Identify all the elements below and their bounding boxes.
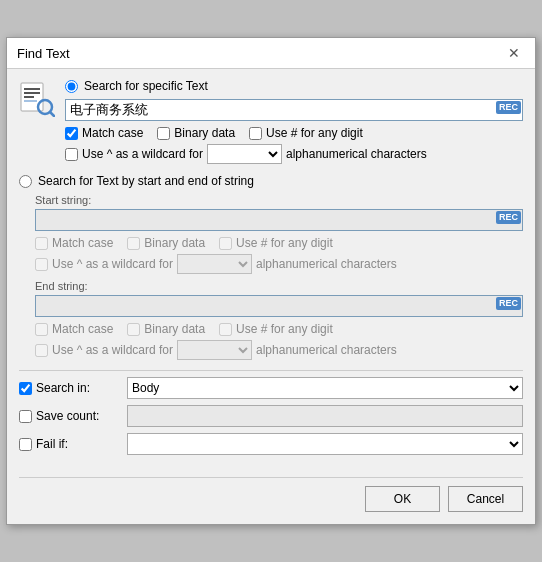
end-binary-data-item: Binary data — [127, 322, 205, 336]
use-hash-item: Use # for any digit — [249, 126, 363, 140]
close-button[interactable]: ✕ — [503, 44, 525, 62]
end-badge: REC — [496, 297, 521, 310]
search-in-text: Search in: — [36, 381, 90, 395]
section1-checkbox-row: Match case Binary data Use # for any dig… — [65, 126, 523, 140]
section1-body: Search for specific Text REC Match case — [65, 79, 523, 164]
end-wildcard-checkbox[interactable] — [35, 344, 48, 357]
wildcard-select[interactable] — [207, 144, 282, 164]
svg-rect-3 — [24, 96, 34, 98]
wildcard-checkbox[interactable] — [65, 148, 78, 161]
end-wildcard-suffix: alphanumerical characters — [256, 343, 397, 357]
find-text-dialog: Find Text ✕ — [6, 37, 536, 525]
section2-end-checkbox-row: Match case Binary data Use # for any dig… — [35, 322, 523, 336]
fail-if-select[interactable] — [127, 433, 523, 455]
radio-start-end[interactable] — [19, 175, 32, 188]
use-hash-label[interactable]: Use # for any digit — [266, 126, 363, 140]
save-count-label: Save count: — [19, 409, 119, 423]
match-case-item: Match case — [65, 126, 143, 140]
search-in-checkbox[interactable] — [19, 382, 32, 395]
section1-radio-label[interactable]: Search for specific Text — [84, 79, 208, 93]
start-wildcard-select[interactable] — [177, 254, 252, 274]
end-binary-data-label[interactable]: Binary data — [144, 322, 205, 336]
start-string-label: Start string: — [35, 194, 523, 206]
start-match-case-checkbox[interactable] — [35, 237, 48, 250]
start-wildcard-checkbox[interactable] — [35, 258, 48, 271]
section-specific-text: Search for specific Text REC Match case — [19, 79, 523, 164]
end-wildcard-label[interactable]: Use ^ as a wildcard for — [52, 343, 173, 357]
find-icon-area — [19, 81, 55, 117]
end-match-case-item: Match case — [35, 322, 113, 336]
section1-header: Search for specific Text REC Match case — [19, 79, 523, 164]
fail-if-checkbox[interactable] — [19, 438, 32, 451]
end-input-wrapper: REC — [35, 295, 523, 317]
end-string-label: End string: — [35, 280, 523, 292]
start-wildcard-suffix: alphanumerical characters — [256, 257, 397, 271]
section2-start-checkbox-row: Match case Binary data Use # for any dig… — [35, 236, 523, 250]
binary-data-item: Binary data — [157, 126, 235, 140]
svg-rect-1 — [24, 88, 40, 90]
start-use-hash-label[interactable]: Use # for any digit — [236, 236, 333, 250]
section1-input-wrapper: REC — [65, 99, 523, 121]
start-use-hash-checkbox[interactable] — [219, 237, 232, 250]
section2-body: Start string: REC Match case Binary data — [19, 194, 523, 360]
section-start-end: Search for Text by start and end of stri… — [19, 174, 523, 360]
end-use-hash-item: Use # for any digit — [219, 322, 333, 336]
svg-line-5 — [50, 112, 54, 116]
start-use-hash-item: Use # for any digit — [219, 236, 333, 250]
start-badge: REC — [496, 211, 521, 224]
end-use-hash-checkbox[interactable] — [219, 323, 232, 336]
start-match-case-label[interactable]: Match case — [52, 236, 113, 250]
save-count-input[interactable] — [127, 405, 523, 427]
save-count-checkbox[interactable] — [19, 410, 32, 423]
search-in-select[interactable]: Body — [127, 377, 523, 399]
wildcard-suffix: alphanumerical characters — [286, 147, 427, 161]
start-string-input[interactable] — [35, 209, 523, 231]
match-case-label[interactable]: Match case — [82, 126, 143, 140]
svg-rect-6 — [24, 100, 37, 102]
start-match-case-item: Match case — [35, 236, 113, 250]
end-match-case-label[interactable]: Match case — [52, 322, 113, 336]
section2-end-wildcard-row: Use ^ as a wildcard for alphanumerical c… — [35, 340, 523, 360]
fail-if-row: Fail if: — [19, 433, 523, 455]
end-binary-data-checkbox[interactable] — [127, 323, 140, 336]
dialog-content: Search for specific Text REC Match case — [7, 69, 535, 524]
input-badge: REC — [496, 101, 521, 114]
end-wildcard-select[interactable] — [177, 340, 252, 360]
svg-rect-2 — [24, 92, 40, 94]
cancel-button[interactable]: Cancel — [448, 486, 523, 512]
section1-wildcard-row: Use ^ as a wildcard for alphanumerical c… — [65, 144, 523, 164]
binary-data-label[interactable]: Binary data — [174, 126, 235, 140]
fail-if-label: Fail if: — [19, 437, 119, 451]
section2-radio-label[interactable]: Search for Text by start and end of stri… — [38, 174, 254, 188]
binary-data-checkbox[interactable] — [157, 127, 170, 140]
use-hash-checkbox[interactable] — [249, 127, 262, 140]
start-binary-data-label[interactable]: Binary data — [144, 236, 205, 250]
section2-radio-row: Search for Text by start and end of stri… — [19, 174, 523, 188]
section1-radio-row: Search for specific Text — [65, 79, 523, 93]
ok-button[interactable]: OK — [365, 486, 440, 512]
search-in-label: Search in: — [19, 381, 119, 395]
button-row: OK Cancel — [19, 477, 523, 512]
radio-specific-text[interactable] — [65, 80, 78, 93]
end-string-input[interactable] — [35, 295, 523, 317]
start-binary-data-item: Binary data — [127, 236, 205, 250]
title-bar: Find Text ✕ — [7, 38, 535, 69]
match-case-checkbox[interactable] — [65, 127, 78, 140]
start-input-wrapper: REC — [35, 209, 523, 231]
bottom-options: Search in: Body Save count: Fail if: — [19, 370, 523, 467]
save-count-text: Save count: — [36, 409, 99, 423]
section2-start-wildcard-row: Use ^ as a wildcard for alphanumerical c… — [35, 254, 523, 274]
fail-if-text: Fail if: — [36, 437, 68, 451]
dialog-title: Find Text — [17, 46, 70, 61]
start-wildcard-label[interactable]: Use ^ as a wildcard for — [52, 257, 173, 271]
save-count-row: Save count: — [19, 405, 523, 427]
specific-text-input[interactable] — [65, 99, 523, 121]
end-match-case-checkbox[interactable] — [35, 323, 48, 336]
start-binary-data-checkbox[interactable] — [127, 237, 140, 250]
wildcard-label[interactable]: Use ^ as a wildcard for — [82, 147, 203, 161]
end-use-hash-label[interactable]: Use # for any digit — [236, 322, 333, 336]
search-in-row: Search in: Body — [19, 377, 523, 399]
find-text-icon — [19, 81, 55, 117]
